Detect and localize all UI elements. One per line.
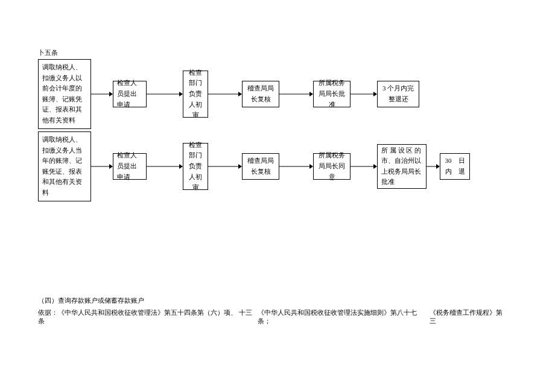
flow2-box-review: 检查部门负责人初审 bbox=[183, 143, 208, 190]
flow1-box-return: 3 个月内完整退还 bbox=[377, 81, 419, 107]
flowchart-2: 调取纳税人、扣缴义务人当年的账簿、记账凭证、报表和其他有关资料 检查人员提出申请… bbox=[38, 131, 470, 201]
flow1-box-source: 调取纳税人、扣缴义务人以前会计年度的账簿、记账凭证、报表和其他有关资料 bbox=[38, 59, 91, 129]
arrow-icon bbox=[91, 90, 113, 98]
flow2-box-recheck: 稽查局局长复核 bbox=[242, 153, 279, 180]
arrow-icon bbox=[427, 163, 440, 170]
arrow-icon bbox=[91, 163, 113, 170]
footer-ref-3: 《税务稽查工作规程》第三 bbox=[430, 309, 509, 326]
arrow-icon bbox=[350, 90, 377, 98]
footer-subtitle: （四）查询存款账户或储蓄存款账户 bbox=[38, 297, 523, 305]
flow1-box-review: 检查部门负责人初审 bbox=[183, 71, 208, 118]
arrow-icon bbox=[147, 163, 183, 170]
arrow-icon bbox=[279, 90, 313, 98]
flowchart-1: 调取纳税人、扣缴义务人以前会计年度的账簿、记账凭证、报表和其他有关资料 检查人员… bbox=[38, 59, 419, 129]
arrow-icon bbox=[208, 90, 242, 98]
flow2-box-approve: 所 属 设 区 的市、自治州以上税务局局长批准 bbox=[377, 144, 427, 189]
flow1-box-recheck: 稽查局局长复核 bbox=[242, 81, 279, 107]
arrow-icon bbox=[147, 90, 183, 98]
arrow-icon bbox=[279, 163, 313, 170]
flow2-box-source: 调取纳税人、扣缴义务人当年的账簿、记账凭证、报表和其他有关资料 bbox=[38, 131, 91, 201]
footer-text: （四）查询存款账户或储蓄存款账户 依据：《中华人民共和国税收征收管理法》第五十四… bbox=[38, 297, 523, 326]
flow2-box-apply: 检查人员提出申请 bbox=[113, 153, 147, 180]
arrow-icon bbox=[350, 163, 377, 170]
flow1-box-approve: 所属税务局局长批准 bbox=[313, 81, 350, 107]
footer-references: 依据：《中华人民共和国税收征收管理法》第五十四条第（六）项、 十三条 《中华人民… bbox=[38, 309, 509, 326]
flow1-box-apply: 检查人员提出申请 bbox=[113, 81, 147, 107]
arrow-icon bbox=[208, 163, 242, 170]
footer-ref-2: 《中华人民共和国税收征收管理法实施细则》第八十七条； bbox=[258, 309, 430, 326]
footer-ref-1: 依据：《中华人民共和国税收征收管理法》第五十四条第（六）项、 十三条 bbox=[38, 309, 258, 326]
flow2-box-return: 30 日内 退 bbox=[440, 153, 470, 180]
header-fragment: 卜五条 bbox=[38, 48, 58, 57]
flow2-box-agree: 所属税务局局长同意 bbox=[313, 153, 350, 180]
